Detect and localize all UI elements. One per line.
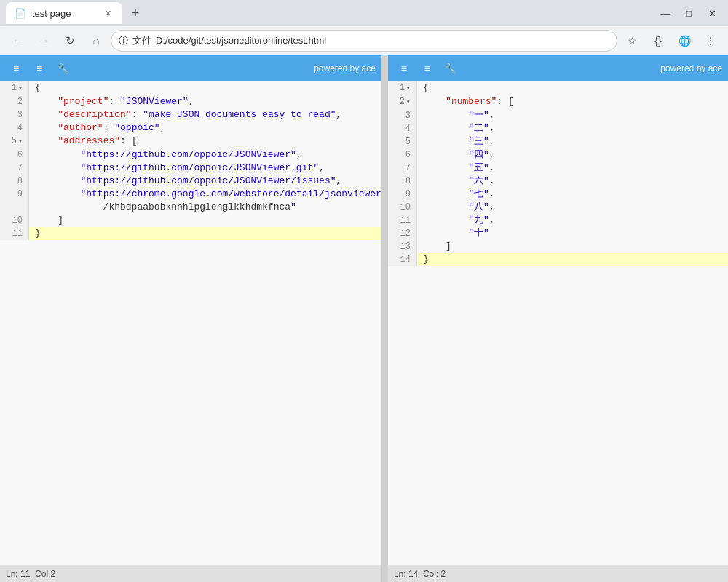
address-bar[interactable]: ⓘ 文件 D:/code/git/test/jsoneditoronline/t… <box>111 30 617 52</box>
left-menu-icon2[interactable]: ≡ <box>29 58 50 79</box>
browser-tab[interactable]: 📄 test page ✕ <box>6 2 122 24</box>
line-number: 4 <box>388 122 417 135</box>
left-toolbar: ≡ ≡ 🔧 powered by ace <box>0 55 381 81</box>
right-ln-label: Ln: 14 <box>394 569 418 579</box>
right-settings-icon[interactable]: 🔧 <box>440 58 461 79</box>
left-settings-icon[interactable]: 🔧 <box>52 58 73 79</box>
line-number: 9 <box>0 188 29 201</box>
line-number: 3 <box>0 108 29 121</box>
line-content: "一", <box>417 109 495 122</box>
line-content: } <box>29 227 41 240</box>
line-content: "四", <box>417 148 495 162</box>
right-powered-label: powered by ace <box>660 63 722 73</box>
right-statusbar: Ln: 14 Col: 2 <box>388 565 728 582</box>
table-row: 4 "二", <box>388 122 728 135</box>
line-content: "六", <box>417 175 495 188</box>
line-content: "二", <box>417 122 495 135</box>
left-menu-icon1[interactable]: ≡ <box>6 58 26 79</box>
table-row: 2▾ "numbers": [ <box>388 95 728 109</box>
line-number: 1▾ <box>388 81 417 95</box>
left-col-label: Col 2 <box>35 569 55 579</box>
table-row: 9 "https://chrome.google.com/webstore/de… <box>0 188 381 201</box>
left-ln-label: Ln: 11 <box>6 569 30 579</box>
table-row: 3 "description": "make JSON documents ea… <box>0 108 381 121</box>
line-number: 2▾ <box>388 95 417 109</box>
globe-button[interactable]: 🌐 <box>673 29 696 52</box>
line-content: "八", <box>417 201 495 214</box>
line-content: "三", <box>417 135 495 148</box>
right-code-editor[interactable]: 1▾{2▾ "numbers": [3 "一",4 "二",5 "三",6 "四… <box>388 81 728 565</box>
line-number: 2 <box>0 95 29 108</box>
table-row: 1▾{ <box>0 81 381 95</box>
new-tab-button[interactable]: + <box>125 3 146 23</box>
close-button[interactable]: ✕ <box>702 3 722 23</box>
line-content: "numbers": [ <box>417 95 514 109</box>
table-row: 7 "https://github.com/oppoic/JSONViewer.… <box>0 162 381 175</box>
table-row: 6 "https://github.com/oppoic/JSONViewer"… <box>0 148 381 162</box>
line-number: 10 <box>0 214 29 227</box>
refresh-button[interactable]: ↻ <box>58 29 82 52</box>
line-number: 6 <box>388 148 417 162</box>
line-number: 8 <box>388 175 417 188</box>
minimize-button[interactable]: — <box>655 3 676 23</box>
table-row: 2 "project": "JSONViewer", <box>0 95 381 108</box>
table-row: 11} <box>0 227 381 240</box>
tab-favicon: 📄 <box>15 8 26 19</box>
line-number: 5 <box>388 135 417 148</box>
left-editor-panel: ≡ ≡ 🔧 powered by ace 1▾{2 "project": "JS… <box>0 55 382 582</box>
right-col-label: Col: 2 <box>423 569 446 579</box>
lock-icon: ⓘ <box>119 34 128 47</box>
line-number: 12 <box>388 227 417 240</box>
left-code-editor[interactable]: 1▾{2 "project": "JSONViewer",3 "descript… <box>0 81 381 565</box>
right-code-lines: 1▾{2▾ "numbers": [3 "一",4 "二",5 "三",6 "四… <box>388 81 728 266</box>
line-content: "project": "JSONViewer", <box>29 95 194 108</box>
line-content: /khbdpaabobknhhlpglenglkkhdmkfnca" <box>29 201 296 214</box>
line-content: "十" <box>417 227 489 240</box>
right-menu-icon1[interactable]: ≡ <box>394 58 414 79</box>
line-content: "https://github.com/oppoic/JSONViewer/is… <box>29 175 341 188</box>
window-controls: — □ ✕ <box>655 3 722 23</box>
table-row: 5▾ "addresses": [ <box>0 135 381 148</box>
line-number: 10 <box>388 201 417 214</box>
line-content: ] <box>29 214 63 227</box>
menu-button[interactable]: ⋮ <box>699 29 722 52</box>
home-button[interactable]: ⌂ <box>84 29 108 52</box>
table-row: 12 "十" <box>388 227 728 240</box>
table-row: 10 "八", <box>388 201 728 214</box>
table-row: 14} <box>388 253 728 266</box>
table-row: 13 ] <box>388 240 728 253</box>
line-number: 7 <box>0 162 29 175</box>
line-number: 4 <box>0 121 29 135</box>
table-row: 9 "七", <box>388 188 728 201</box>
line-content: "七", <box>417 188 495 201</box>
table-row: /khbdpaabobknhhlpglenglkkhdmkfnca" <box>0 201 381 214</box>
line-number: 14 <box>388 253 417 266</box>
line-number: 5▾ <box>0 135 29 148</box>
left-code-lines: 1▾{2 "project": "JSONViewer",3 "descript… <box>0 81 381 240</box>
panel-divider[interactable] <box>382 55 388 582</box>
line-content: } <box>417 253 429 266</box>
line-content: "https://github.com/oppoic/JSONViewer", <box>29 148 302 162</box>
content-area: ≡ ≡ 🔧 powered by ace 1▾{2 "project": "JS… <box>0 55 728 582</box>
table-row: 7 "五", <box>388 162 728 175</box>
back-button[interactable]: ← <box>6 29 29 52</box>
forward-button[interactable]: → <box>32 29 55 52</box>
line-number: 13 <box>388 240 417 253</box>
table-row: 8 "六", <box>388 175 728 188</box>
table-row: 10 ] <box>0 214 381 227</box>
right-editor-panel: ≡ ≡ 🔧 powered by ace 1▾{2▾ "numbers": [3… <box>388 55 728 582</box>
browser-navbar: ← → ↻ ⌂ ⓘ 文件 D:/code/git/test/jsoneditor… <box>0 26 728 55</box>
extensions-button[interactable]: {} <box>646 29 670 52</box>
line-content: { <box>417 81 429 95</box>
bookmark-button[interactable]: ☆ <box>620 29 644 52</box>
line-content: "https://chrome.google.com/webstore/deta… <box>29 188 381 201</box>
tab-title: test page <box>32 8 71 19</box>
tab-close-button[interactable]: ✕ <box>102 7 114 19</box>
line-number: 6 <box>0 148 29 162</box>
maximize-button[interactable]: □ <box>678 3 699 23</box>
line-content: { <box>29 81 41 95</box>
right-menu-icon2[interactable]: ≡ <box>417 58 438 79</box>
line-number: 9 <box>388 188 417 201</box>
line-number: 7 <box>388 162 417 175</box>
line-number: 3 <box>388 109 417 122</box>
